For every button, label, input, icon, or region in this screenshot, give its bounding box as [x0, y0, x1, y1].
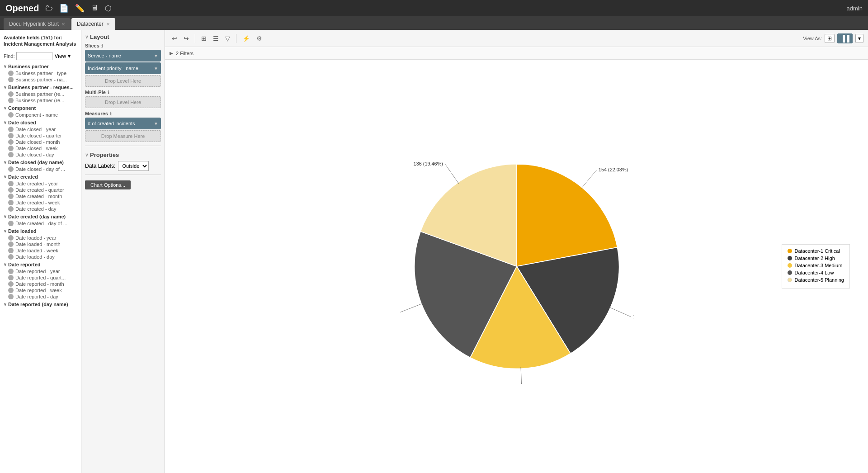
slice1-select[interactable]: Service - name ▼ [85, 50, 161, 61]
chart-container: 154 (22.03%)134 (19.17%)114 (16.31%)161 … [165, 60, 868, 473]
view-as-section: View As: ⊞ ▐▐ ▾ [803, 33, 863, 43]
pie-label-text-0: 154 (22.03%) [598, 167, 627, 172]
field-dcr-month[interactable]: Date created - month [2, 193, 79, 199]
group-header-date-loaded[interactable]: Date loaded [2, 227, 79, 235]
field-label-dc-dayof: Date closed - day of ... [15, 166, 65, 172]
field-dr-year[interactable]: Date reported - year [2, 268, 79, 274]
legend-dot-medium [788, 263, 792, 268]
field-bpr-2[interactable]: Business partner (re... [2, 97, 79, 104]
settings-btn[interactable]: ⚙ [254, 33, 264, 43]
legend-label-planning: Datacenter-5 Planning [795, 277, 844, 283]
field-dc-month[interactable]: Date closed - month [2, 139, 79, 145]
toolbar-sep2 [236, 34, 236, 43]
field-dr-month[interactable]: Date reported - month [2, 281, 79, 287]
field-dc-week[interactable]: Date closed - week [2, 145, 79, 151]
group-header-component[interactable]: Component [2, 104, 79, 112]
field-dl-month[interactable]: Date loaded - month [2, 241, 79, 247]
view-as-table-btn[interactable]: ⊞ [825, 34, 835, 43]
undo-button[interactable]: ↩ [170, 33, 179, 43]
lightning-btn[interactable]: ⚡ [240, 33, 252, 43]
field-dcr-week[interactable]: Date created - week [2, 199, 79, 206]
drop-level-zone2: Drop Level Here [85, 96, 161, 108]
field-icon-dc-week [8, 146, 14, 151]
pie-label-text-1: 134 (19.17%) [633, 314, 634, 319]
group-header-dc-dayname[interactable]: Date closed (day name) [2, 159, 79, 166]
slices-label: Slices ℹ [85, 43, 161, 48]
monitor-icon[interactable]: 🖥 [91, 4, 99, 13]
available-fields-heading: Available fields (151) for: Incident Man… [2, 33, 79, 48]
field-label-dcr-dayof: Date created - day of ... [15, 221, 67, 226]
field-dl-year[interactable]: Date loaded - year [2, 235, 79, 241]
field-label-dcr-month: Date created - month [15, 194, 62, 199]
group-header-bp-request[interactable]: Business partner - reques... [2, 84, 79, 91]
group-header-business-partner[interactable]: Business partner [2, 63, 79, 70]
tab-datacenter[interactable]: Datacenter ✕ [71, 18, 115, 30]
filters-label: 2 Filters [176, 51, 193, 56]
field-dl-week[interactable]: Date loaded - week [2, 247, 79, 254]
toolbar-sep1 [195, 34, 195, 43]
slice2-select[interactable]: Incident priority - name ▼ [85, 62, 161, 74]
field-bp-name[interactable]: Business partner - na... [2, 76, 79, 83]
chart-options-button[interactable]: Chart Options... [85, 180, 131, 189]
field-label-dcr-quarter: Date created - quarter [15, 187, 64, 193]
group-header-dcr-dayname[interactable]: Date created (day name) [2, 213, 79, 220]
legend-dot-planning [788, 278, 792, 282]
find-input[interactable] [16, 52, 52, 60]
field-icon-bpr-2 [8, 98, 14, 103]
field-dcr-year[interactable]: Date created - year [2, 180, 79, 187]
field-label-dcr-day: Date created - day [15, 206, 57, 212]
field-dc-quarter[interactable]: Date closed - quarter [2, 132, 79, 139]
redo-button[interactable]: ↪ [181, 33, 191, 43]
legend-label-medium: Datacenter-3 Medium [795, 263, 843, 268]
filters-expand-icon[interactable]: ▶ [170, 51, 173, 56]
field-icon-dc-month [8, 139, 14, 145]
group-header-date-created[interactable]: Date created [2, 173, 79, 180]
view-as-chart-btn[interactable]: ▐▐ [837, 33, 853, 43]
group-header-date-reported[interactable]: Date reported [2, 261, 79, 268]
field-dr-week[interactable]: Date reported - week [2, 287, 79, 293]
field-dc-day[interactable]: Date closed - day [2, 151, 79, 158]
field-dl-day[interactable]: Date loaded - day [2, 254, 79, 260]
view-dropdown[interactable]: View ▾ [54, 53, 70, 59]
group-date-reported: Date reported Date reported - year Date … [2, 261, 79, 300]
field-dcr-day[interactable]: Date created - day [2, 206, 79, 212]
new-file-icon[interactable]: 📄 [59, 4, 69, 13]
drop-level-zone1: Drop Level Here [85, 75, 161, 87]
measure1-select[interactable]: # of created incidents ▼ [85, 118, 161, 129]
data-labels-select[interactable]: Outside Inside None [118, 161, 149, 171]
field-icon-bpr-1 [8, 91, 14, 97]
measure1-arrow: ▼ [154, 121, 158, 126]
filter-btn[interactable]: ▽ [223, 33, 232, 43]
field-bp-type[interactable]: Business partner - type [2, 70, 79, 76]
group-header-date-closed[interactable]: Date closed [2, 119, 79, 126]
tab-docu-hyperlink[interactable]: Docu Hyperlink Start ✕ [4, 18, 71, 30]
group-header-dr-dayname[interactable]: Date reported (day name) [2, 301, 79, 308]
share-icon[interactable]: ⬡ [105, 4, 112, 13]
view-as-dropdown-btn[interactable]: ▾ [855, 34, 863, 43]
field-dc-year[interactable]: Date closed - year [2, 126, 79, 132]
layout-section-title: Layout [85, 33, 161, 40]
legend-item-critical: Datacenter-1 Critical [788, 248, 844, 254]
field-label-dcr-week: Date created - week [15, 200, 60, 205]
tab-datacenter-close[interactable]: ✕ [106, 22, 110, 27]
field-dr-quarter[interactable]: Date reported - quart... [2, 274, 79, 281]
measures-label: Measures ℹ [85, 111, 161, 116]
field-component-name[interactable]: Component - name [2, 112, 79, 118]
list-view-btn[interactable]: ☰ [211, 33, 221, 43]
field-dcr-dayof[interactable]: Date created - day of ... [2, 220, 79, 227]
legend-label-low: Datacenter-4 Low [795, 270, 834, 275]
group-date-closed-dayname: Date closed (day name) Date closed - day… [2, 159, 79, 172]
legend-item-medium: Datacenter-3 Medium [788, 263, 844, 268]
tab-docu-close[interactable]: ✕ [61, 22, 65, 27]
folder-icon[interactable]: 🗁 [45, 4, 53, 13]
field-icon-dcr-dayof [8, 221, 14, 226]
field-label-dr-week: Date reported - week [15, 288, 62, 293]
drop-measure-text: Drop Measure Here [101, 133, 145, 139]
field-bpr-1[interactable]: Business partner (re... [2, 91, 79, 97]
field-dr-day[interactable]: Date reported - day [2, 293, 79, 300]
field-dc-dayof[interactable]: Date closed - day of ... [2, 166, 79, 172]
pencil-icon[interactable]: ✏️ [75, 4, 85, 13]
slice2-label: Incident priority - name [88, 66, 138, 71]
table-view-btn[interactable]: ⊞ [199, 33, 209, 43]
field-dcr-quarter[interactable]: Date created - quarter [2, 187, 79, 193]
